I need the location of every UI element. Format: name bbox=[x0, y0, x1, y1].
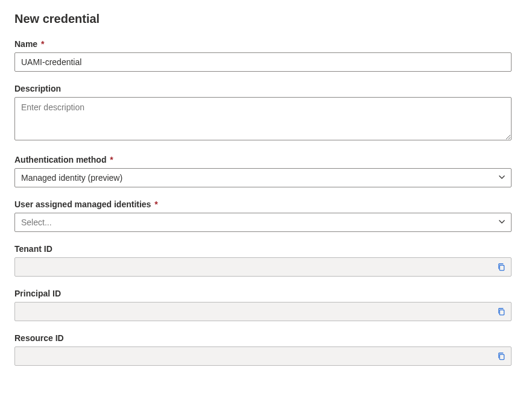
tenant-id-copy-button[interactable] bbox=[495, 260, 508, 274]
svg-rect-1 bbox=[499, 310, 504, 315]
name-label: Name * bbox=[14, 39, 512, 49]
resource-id-value bbox=[14, 346, 512, 366]
user-identities-label-text: User assigned managed identities bbox=[14, 199, 151, 209]
tenant-id-label: Tenant ID bbox=[14, 244, 512, 254]
field-resource-id: Resource ID bbox=[14, 333, 512, 366]
svg-rect-0 bbox=[499, 265, 504, 270]
field-name: Name * bbox=[14, 39, 512, 72]
description-input[interactable] bbox=[14, 97, 512, 140]
auth-method-selected: Managed identity (preview) bbox=[21, 173, 122, 183]
principal-id-copy-button[interactable] bbox=[495, 305, 508, 318]
name-input[interactable] bbox=[14, 52, 512, 72]
tenant-id-label-text: Tenant ID bbox=[14, 244, 52, 254]
user-identities-select-wrap: Select... bbox=[14, 213, 512, 232]
svg-rect-2 bbox=[499, 354, 504, 359]
field-description: Description bbox=[14, 84, 512, 143]
resource-id-label-text: Resource ID bbox=[14, 333, 64, 343]
user-identities-select[interactable]: Select... bbox=[14, 213, 512, 232]
required-mark: * bbox=[41, 39, 44, 49]
resource-id-wrap bbox=[14, 346, 512, 366]
required-mark: * bbox=[110, 155, 113, 165]
field-user-identities: User assigned managed identities * Selec… bbox=[14, 199, 512, 232]
principal-id-value bbox=[14, 302, 512, 321]
auth-method-label: Authentication method * bbox=[14, 155, 512, 165]
description-label: Description bbox=[14, 84, 512, 93]
copy-icon bbox=[497, 307, 506, 316]
description-label-text: Description bbox=[14, 84, 61, 93]
resource-id-label: Resource ID bbox=[14, 333, 512, 343]
resource-id-copy-button[interactable] bbox=[495, 349, 508, 363]
auth-method-select-wrap: Managed identity (preview) bbox=[14, 168, 512, 187]
user-identities-label: User assigned managed identities * bbox=[14, 199, 512, 209]
tenant-id-value bbox=[14, 257, 512, 277]
principal-id-wrap bbox=[14, 302, 512, 321]
auth-method-label-text: Authentication method bbox=[14, 155, 106, 165]
principal-id-label-text: Principal ID bbox=[14, 289, 61, 298]
field-principal-id: Principal ID bbox=[14, 289, 512, 321]
name-label-text: Name bbox=[14, 39, 37, 49]
page-title: New credential bbox=[14, 12, 512, 26]
field-tenant-id: Tenant ID bbox=[14, 244, 512, 277]
auth-method-select[interactable]: Managed identity (preview) bbox=[14, 168, 512, 187]
tenant-id-wrap bbox=[14, 257, 512, 277]
copy-icon bbox=[497, 263, 506, 272]
user-identities-placeholder: Select... bbox=[21, 218, 52, 227]
principal-id-label: Principal ID bbox=[14, 289, 512, 298]
copy-icon bbox=[497, 352, 506, 361]
field-auth-method: Authentication method * Managed identity… bbox=[14, 155, 512, 187]
required-mark: * bbox=[154, 199, 157, 209]
